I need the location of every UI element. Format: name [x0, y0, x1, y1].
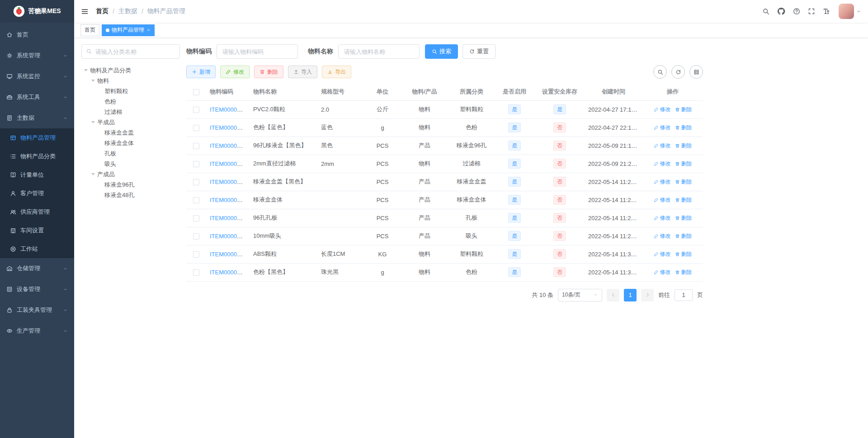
tree-node[interactable]: 移液盒48孔 — [81, 190, 180, 200]
next-page-button[interactable] — [641, 289, 654, 301]
row-edit-button[interactable]: 修改 — [654, 250, 671, 258]
row-edit-button[interactable]: 修改 — [654, 142, 671, 150]
close-icon[interactable] — [146, 28, 151, 32]
material-code-link[interactable]: ITEM00000054 — [210, 233, 250, 240]
user-menu[interactable] — [839, 4, 861, 19]
material-code-link[interactable]: ITEM00000046 — [210, 142, 250, 149]
caret-down-icon[interactable] — [91, 173, 95, 177]
page-size-select[interactable]: 10条/页 — [558, 289, 602, 301]
row-edit-button[interactable]: 修改 — [654, 232, 671, 240]
caret-down-icon[interactable] — [84, 69, 88, 73]
tree-node[interactable]: 塑料颗粒 — [81, 86, 180, 96]
sidebar-item-home[interactable]: 首页 — [0, 24, 74, 45]
sidebar-item-workshop-settings[interactable]: 车间设置 — [0, 221, 74, 240]
hamburger-icon[interactable] — [81, 8, 89, 15]
caret-down-icon[interactable] — [91, 121, 95, 125]
row-checkbox[interactable] — [193, 215, 199, 221]
row-edit-button[interactable]: 修改 — [654, 178, 671, 186]
breadcrumb-item[interactable]: 主数据 — [118, 7, 137, 15]
prev-page-button[interactable] — [607, 289, 619, 301]
sidebar-item-system-monitor[interactable]: 系统监控 — [0, 66, 74, 87]
goto-page-input[interactable] — [675, 289, 693, 301]
row-edit-button[interactable]: 修改 — [654, 268, 671, 276]
row-checkbox[interactable] — [193, 251, 199, 258]
caret-down-icon[interactable] — [91, 80, 95, 84]
sidebar-item-workstation[interactable]: 工作站 — [0, 240, 74, 258]
tree-node[interactable]: 移液盒盒体 — [81, 138, 180, 148]
font-size-icon[interactable] — [823, 8, 830, 15]
tree-node[interactable]: 物料 — [81, 75, 180, 86]
row-delete-button[interactable]: 删除 — [675, 268, 692, 276]
search-icon[interactable] — [762, 8, 769, 15]
row-delete-button[interactable]: 删除 — [675, 160, 692, 168]
sidebar-item-system-management[interactable]: 系统管理 — [0, 45, 74, 66]
row-delete-button[interactable]: 删除 — [675, 124, 692, 132]
material-name-input[interactable] — [338, 44, 420, 59]
material-code-link[interactable]: ITEM00000051 — [210, 179, 250, 185]
sidebar-item-system-tools[interactable]: 系统工具 — [0, 87, 74, 108]
sidebar-item-production-management[interactable]: 生产管理 — [0, 320, 74, 341]
columns-button[interactable] — [689, 65, 703, 79]
row-delete-button[interactable]: 删除 — [675, 178, 692, 186]
material-code-link[interactable]: ITEM00000049 — [210, 160, 250, 167]
github-icon[interactable] — [777, 7, 785, 15]
material-code-link[interactable]: ITEM00000053 — [210, 215, 250, 221]
row-checkbox[interactable] — [193, 107, 199, 113]
sidebar-item-measurement-unit[interactable]: 计量单位 — [0, 165, 74, 184]
row-checkbox[interactable] — [193, 125, 199, 131]
refresh-button[interactable] — [671, 65, 685, 79]
tree-node[interactable]: 物料及产品分类 — [81, 65, 180, 75]
row-delete-button[interactable]: 删除 — [675, 214, 692, 222]
row-delete-button[interactable]: 删除 — [675, 196, 692, 204]
material-code-link[interactable]: ITEM00000037 — [210, 106, 250, 113]
sidebar-item-fixture-management[interactable]: 工装夹具管理 — [0, 300, 74, 320]
material-code-link[interactable]: ITEM00000055 — [210, 251, 250, 258]
search-button[interactable]: 搜索 — [425, 44, 458, 59]
sidebar-item-material-product-management[interactable]: 物料产品管理 — [0, 128, 74, 147]
breadcrumb-item[interactable]: 首页 — [96, 7, 108, 15]
select-all-checkbox[interactable] — [193, 89, 199, 95]
row-delete-button[interactable]: 删除 — [675, 106, 692, 113]
row-checkbox[interactable] — [193, 197, 199, 203]
sidebar-item-customer-management[interactable]: 客户管理 — [0, 184, 74, 203]
material-code-link[interactable]: ITEM00000056 — [210, 269, 250, 276]
tab-material-product-management[interactable]: 物料产品管理 — [102, 24, 155, 36]
sidebar-item-material-product-category[interactable]: 物料产品分类 — [0, 147, 74, 165]
row-delete-button[interactable]: 删除 — [675, 142, 692, 150]
row-checkbox[interactable] — [193, 161, 199, 167]
add-button[interactable]: 新增 — [186, 66, 216, 78]
page-number-button[interactable]: 1 — [624, 289, 637, 301]
toggle-search-button[interactable] — [653, 65, 667, 79]
row-edit-button[interactable]: 修改 — [654, 214, 671, 222]
tree-node[interactable]: 过滤棉 — [81, 107, 180, 117]
tree-node[interactable]: 色粉 — [81, 96, 180, 107]
row-delete-button[interactable]: 删除 — [675, 232, 692, 240]
row-checkbox[interactable] — [193, 179, 199, 185]
avatar[interactable] — [839, 4, 854, 19]
material-code-link[interactable]: ITEM00000041 — [210, 124, 250, 131]
row-checkbox[interactable] — [193, 143, 199, 149]
fullscreen-icon[interactable] — [808, 8, 815, 15]
row-edit-button[interactable]: 修改 — [654, 196, 671, 204]
sidebar-item-equipment-management[interactable]: 设备管理 — [0, 279, 74, 300]
tab-home[interactable]: 首页 — [80, 24, 99, 36]
row-edit-button[interactable]: 修改 — [654, 124, 671, 132]
edit-button[interactable]: 修改 — [220, 66, 250, 78]
question-icon[interactable] — [793, 8, 800, 15]
sidebar-item-master-data[interactable]: 主数据 — [0, 108, 74, 128]
row-edit-button[interactable]: 修改 — [654, 106, 671, 113]
row-checkbox[interactable] — [193, 269, 199, 276]
category-search-input[interactable] — [81, 44, 180, 59]
tree-node[interactable]: 移液盒盒盖 — [81, 127, 180, 138]
sidebar-item-supplier-management[interactable]: 供应商管理 — [0, 203, 74, 221]
tree-node[interactable]: 移液盒96孔 — [81, 179, 180, 190]
row-checkbox[interactable] — [193, 233, 199, 240]
sidebar-item-warehouse-management[interactable]: 仓储管理 — [0, 258, 74, 279]
delete-button[interactable]: 删除 — [254, 66, 283, 78]
tree-node[interactable]: 孔板 — [81, 148, 180, 159]
row-edit-button[interactable]: 修改 — [654, 160, 671, 168]
export-button[interactable]: 导出 — [322, 66, 351, 78]
tree-node[interactable]: 吸头 — [81, 159, 180, 169]
tree-node[interactable]: 产成品 — [81, 169, 180, 179]
reset-button[interactable]: 重置 — [462, 44, 495, 59]
